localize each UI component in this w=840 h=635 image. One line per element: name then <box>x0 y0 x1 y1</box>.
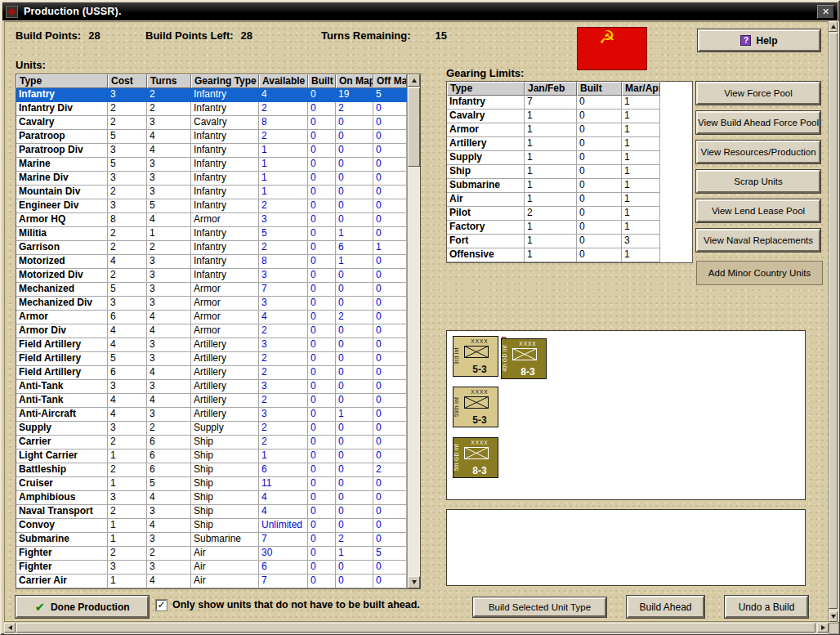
units-table-row[interactable]: Amphibious34Ship4000 <box>16 491 407 505</box>
units-scrollbar[interactable] <box>407 74 420 588</box>
undo-a-build-button[interactable]: Undo a Build <box>725 596 808 618</box>
resize-grip[interactable] <box>829 623 839 634</box>
side-button-view-build-ahead-force-pool[interactable]: View Build Ahead Force Pool <box>696 111 820 134</box>
units-table-row[interactable]: Motorized Div23Infantry3000 <box>16 269 407 283</box>
units-cell: Militia <box>16 227 108 241</box>
build-selected-unit-type-button[interactable]: Build Selected Unit Type <box>473 597 606 617</box>
units-table-row[interactable]: Fighter22Air30015 <box>16 547 407 561</box>
scroll-down-icon[interactable] <box>408 576 420 588</box>
gearing-table-row[interactable]: Armor101 <box>447 123 660 137</box>
units-table-row[interactable]: Field Artillery43Artillery3000 <box>16 338 407 352</box>
window-vertical-scrollbar[interactable] <box>829 21 839 622</box>
units-table-row[interactable]: Infantry Div22Infantry2020 <box>16 102 407 116</box>
units-table-row[interactable]: Carrier26Ship2000 <box>16 436 407 449</box>
gearing-table-row[interactable]: Cavalry101 <box>447 110 660 123</box>
gearing-table-row[interactable]: Infantry701 <box>447 96 660 110</box>
units-table-row[interactable]: Field Artillery53Artillery2000 <box>16 352 407 366</box>
units-cell: 0 <box>308 449 336 463</box>
units-table-row[interactable]: Marine Div33Infantry1000 <box>16 172 407 186</box>
window-horizontal-scrollbar[interactable] <box>4 623 829 634</box>
side-button-view-lend-lease-pool[interactable]: View Lend Lease Pool <box>696 199 820 222</box>
units-table-row[interactable]: Garrison22Infantry2061 <box>16 241 407 255</box>
units-table-row[interactable]: Anti-Tank44Artillery2000 <box>16 394 407 408</box>
gearing-column-header[interactable]: Type <box>447 82 525 96</box>
units-table-row[interactable]: Light Carrier16Ship1000 <box>16 449 407 463</box>
scroll-left-icon[interactable] <box>4 623 16 633</box>
scroll-right-icon[interactable] <box>817 623 829 633</box>
units-table-row[interactable]: Motorized43Infantry8010 <box>16 255 407 269</box>
units-column-header[interactable]: Gearing Type <box>191 74 259 88</box>
ahead-filter-checkbox[interactable]: ✓ <box>156 600 167 610</box>
units-table-row[interactable]: Field Artillery64Artillery2000 <box>16 366 407 380</box>
scroll-up-icon[interactable] <box>408 74 420 87</box>
units-cell: 6 <box>108 366 147 380</box>
units-table-row[interactable]: Cavalry23Cavalry8000 <box>16 116 407 130</box>
gearing-table-row[interactable]: Artillery101 <box>447 137 660 151</box>
gearing-table-row[interactable]: Pilot201 <box>447 207 660 221</box>
units-cell: 2 <box>259 436 308 449</box>
gearing-table-row[interactable]: Factory101 <box>447 221 660 235</box>
units-column-header[interactable]: Off Map <box>373 74 407 88</box>
units-cell: 1 <box>336 547 373 561</box>
units-table-row[interactable]: Naval Transport23Ship4000 <box>16 505 407 519</box>
units-column-header[interactable]: Available <box>259 74 308 88</box>
units-table-row[interactable]: Armor Div44Armor2000 <box>16 324 407 338</box>
units-cell: 2 <box>108 547 147 561</box>
units-table-row[interactable]: Cruiser15Ship11000 <box>16 477 407 491</box>
side-button-view-force-pool[interactable]: View Force Pool <box>696 82 820 105</box>
units-column-header[interactable]: On Map <box>336 74 373 88</box>
gearing-table-row[interactable]: Submarine101 <box>447 179 660 193</box>
units-table-row[interactable]: Engineer Div35Infantry2000 <box>16 199 407 213</box>
units-table-row[interactable]: Paratroop54Infantry2000 <box>16 130 407 144</box>
units-column-header[interactable]: Turns <box>147 74 191 88</box>
help-button[interactable]: ? Help <box>698 29 820 51</box>
units-table-row[interactable]: Fighter33Air6000 <box>16 561 407 575</box>
units-table-row[interactable]: Paratroop Div34Infantry1000 <box>16 144 407 158</box>
gearing-table-row[interactable]: Fort103 <box>447 235 660 248</box>
scroll-thumb[interactable] <box>408 87 420 167</box>
unit-counter[interactable]: 3rd InfXXXX5-3R <box>453 336 498 377</box>
units-table-row[interactable]: Marine53Infantry1000 <box>16 158 407 172</box>
units-table-row[interactable]: Armor64Armor4020 <box>16 311 407 324</box>
side-button-view-resources-production[interactable]: View Resources/Production <box>696 141 820 163</box>
gearing-table-row[interactable]: Air101 <box>447 193 660 207</box>
scroll-down-icon[interactable] <box>829 611 838 622</box>
scroll-thumb[interactable] <box>829 33 838 609</box>
units-cell: 3 <box>259 213 308 227</box>
units-table-row[interactable]: Mountain Div23Infantry1000 <box>16 186 407 199</box>
units-column-header[interactable]: Cost <box>108 74 147 88</box>
units-table-row[interactable]: Anti-Aircraft43Artillery3010 <box>16 408 407 422</box>
units-table-row[interactable]: Armor HQ84Armor3000 <box>16 213 407 227</box>
units-table-row[interactable]: Mechanized Div33Armor3000 <box>16 297 407 311</box>
close-icon[interactable]: ✕ <box>817 5 834 19</box>
units-cell: Anti-Tank <box>16 380 108 394</box>
units-cell: Battleship <box>16 463 108 477</box>
scroll-up-icon[interactable] <box>829 21 838 32</box>
scroll-thumb[interactable] <box>16 623 815 633</box>
units-table-row[interactable]: Supply32Supply2000 <box>16 422 407 436</box>
side-button-add-minor-country-units[interactable]: Add Minor Country Units <box>696 261 823 285</box>
build-ahead-button[interactable]: Build Ahead <box>627 596 704 618</box>
units-table-row[interactable]: Submarine13Submarine7020 <box>16 533 407 547</box>
units-table-row[interactable]: Battleship26Ship6002 <box>16 463 407 477</box>
unit-counter[interactable]: 4th GD InfXXXX8-3 <box>501 338 547 379</box>
units-table-row[interactable]: Mechanized53Armor7000 <box>16 283 407 297</box>
gearing-table-row[interactable]: Ship101 <box>447 165 660 179</box>
done-production-button[interactable]: ✔ Done Production <box>16 596 149 618</box>
gearing-table-row[interactable]: Supply101 <box>447 151 660 165</box>
gearing-column-header[interactable]: Mar/Apr <box>622 82 660 96</box>
side-button-scrap-units[interactable]: Scrap Units <box>696 170 820 193</box>
units-table-row[interactable]: Carrier Air14Air7000 <box>16 575 407 588</box>
unit-counter[interactable]: 59th InfXXXX5-3 <box>453 387 498 427</box>
gearing-column-header[interactable]: Built <box>577 82 622 96</box>
units-table-row[interactable]: Anti-Tank33Artillery3000 <box>16 380 407 394</box>
units-table-row[interactable]: Militia21Infantry5010 <box>16 227 407 241</box>
unit-counter[interactable]: 5th GD InfXXXX8-3 <box>453 437 498 478</box>
units-table-row[interactable]: Convoy14ShipUnlimited000 <box>16 519 407 533</box>
units-table-row[interactable]: Infantry32Infantry40195 <box>16 88 407 102</box>
gearing-column-header[interactable]: Jan/Feb <box>525 82 577 96</box>
units-column-header[interactable]: Type <box>16 74 108 88</box>
gearing-table-row[interactable]: Offensive101 <box>447 248 660 262</box>
units-column-header[interactable]: Built <box>308 74 336 88</box>
side-button-view-naval-replacements[interactable]: View Naval Replacements <box>696 229 820 252</box>
